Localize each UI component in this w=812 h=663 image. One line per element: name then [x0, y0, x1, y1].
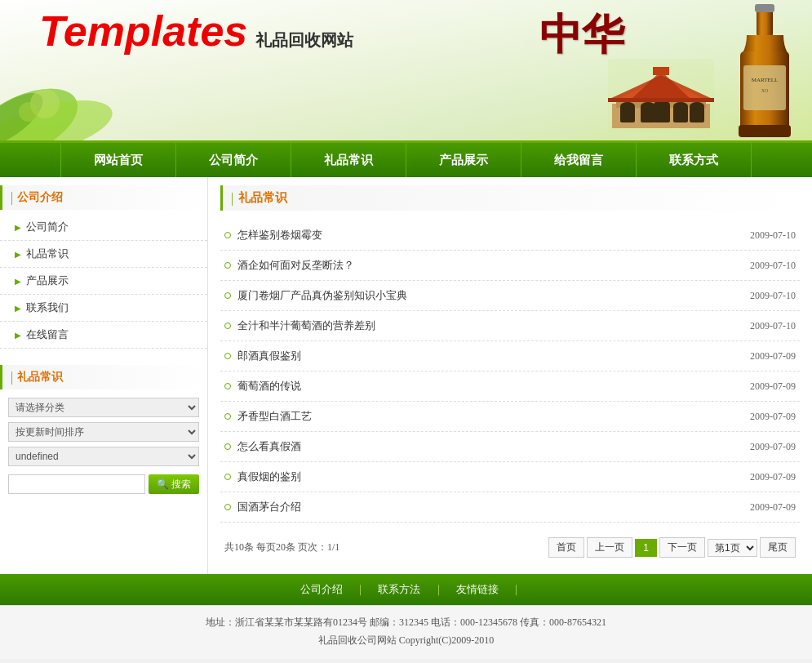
navbar-item-products[interactable]: 产品展示 — [406, 143, 521, 177]
footer-copyright: 礼品回收公司网站 Copyright(C)2009-2010 — [0, 632, 812, 650]
search-input[interactable] — [8, 474, 145, 494]
bullet-icon — [224, 504, 231, 510]
footer-address: 地址：浙江省某某市某某路有01234号 邮编：312345 电话：000-123… — [0, 614, 812, 632]
footer-link-contact[interactable]: 联系方法 — [368, 583, 430, 595]
list-item[interactable]: 酒企如何面对反垄断法？ 2009-07-10 — [220, 251, 800, 281]
item-left: 厦门卷烟厂产品真伪鉴别知识小宝典 — [224, 288, 407, 303]
item-date: 2009-07-10 — [750, 229, 796, 242]
category-select[interactable]: 请选择分类 — [8, 398, 199, 417]
list-item[interactable]: 国酒茅台介绍 2009-07-09 — [220, 492, 800, 523]
item-date: 2009-07-10 — [750, 290, 796, 302]
svg-rect-22 — [653, 67, 669, 75]
list-item[interactable]: 葡萄酒的传说 2009-07-09 — [220, 372, 800, 402]
item-date: 2009-07-09 — [750, 380, 796, 393]
sidebar-item-knowledge[interactable]: ▶ 礼品常识 — [0, 241, 207, 268]
item-title: 怎样鉴别卷烟霉变 — [237, 228, 322, 243]
content-list: 怎样鉴别卷烟霉变 2009-07-10 酒企如何面对反垄断法？ 2009-07-… — [220, 220, 800, 523]
navbar-item-message[interactable]: 给我留言 — [521, 143, 637, 177]
footer-links-bar: 公司介绍 ｜ 联系方法 ｜ 友情链接 ｜ — [0, 574, 812, 605]
list-item[interactable]: 矛香型白酒工艺 2009-07-09 — [220, 402, 800, 432]
list-item[interactable]: 怎样鉴别卷烟霉变 2009-07-10 — [220, 220, 800, 251]
arrow-icon: ▶ — [15, 331, 21, 340]
pagination-last[interactable]: 尾页 — [760, 537, 796, 558]
site-title: Templates — [39, 7, 247, 56]
navbar: 网站首页 公司简介 礼品常识 产品展示 给我留言 联系方式 — [0, 143, 812, 177]
sidebar-section-knowledge: | 礼品常识 请选择分类 按更新时间排序 undefined 🔍 搜索 — [0, 365, 207, 498]
sidebar-item-message[interactable]: ▶ 在线留言 — [0, 322, 207, 349]
navbar-item-contact[interactable]: 联系方式 — [637, 143, 752, 177]
pagination-prev[interactable]: 上一页 — [587, 537, 632, 558]
sidebar-filter: 请选择分类 按更新时间排序 undefined 🔍 搜索 — [0, 394, 207, 498]
perpage-select[interactable]: undefined — [8, 447, 199, 466]
item-left: 国酒茅台介绍 — [224, 500, 301, 514]
svg-rect-25 — [739, 125, 791, 137]
pagination-next[interactable]: 下一页 — [659, 537, 705, 558]
svg-point-4 — [19, 102, 38, 122]
footer-info: 地址：浙江省某某市某某路有01234号 邮编：312345 电话：000-123… — [0, 605, 812, 659]
list-item[interactable]: 真假烟的鉴别 2009-07-09 — [220, 462, 800, 492]
bullet-icon — [224, 474, 231, 480]
sidebar-item-contact[interactable]: ▶ 联系我们 — [0, 295, 207, 322]
pagination-info: 共10条 每页20条 页次：1/1 — [224, 541, 339, 554]
svg-point-17 — [690, 102, 704, 110]
bullet-icon — [224, 353, 231, 359]
navbar-item-knowledge[interactable]: 礼品常识 — [291, 143, 406, 177]
bullet-icon — [224, 232, 231, 238]
item-left: 怎么看真假酒 — [224, 439, 301, 454]
item-date: 2009-07-09 — [750, 350, 796, 363]
arrow-icon: ▶ — [15, 277, 21, 286]
sidebar: | 公司介绍 ▶ 公司简介 ▶ 礼品常识 ▶ 产品展示 ▶ 联系我们 ▶ 在线留… — [0, 177, 208, 574]
sidebar-heading-company: | 公司介绍 — [0, 185, 207, 210]
sidebar-heading-icon2: | — [11, 370, 13, 385]
item-left: 酒企如何面对反垄断法？ — [224, 258, 354, 273]
item-left: 郎酒真假鉴别 — [224, 349, 301, 363]
header: Templates 礼品回收网站 中华 — [0, 0, 812, 143]
item-date: 2009-07-10 — [750, 260, 796, 272]
sidebar-heading-icon: | — [11, 190, 13, 205]
search-icon: 🔍 — [157, 478, 169, 490]
item-date: 2009-07-10 — [750, 320, 796, 332]
item-title: 怎么看真假酒 — [237, 439, 301, 454]
sidebar-item-about[interactable]: ▶ 公司简介 — [0, 214, 207, 241]
pagination-page-select[interactable]: 第1页 — [708, 539, 757, 557]
svg-point-11 — [641, 102, 655, 110]
navbar-items: 网站首页 公司简介 礼品常识 产品展示 给我留言 联系方式 — [60, 143, 752, 177]
bullet-icon — [224, 292, 231, 299]
svg-point-9 — [620, 102, 635, 110]
content-heading: | 礼品常识 — [220, 185, 800, 211]
pagination-current[interactable]: 1 — [635, 539, 657, 557]
footer-link-friends[interactable]: 友情链接 — [446, 583, 508, 595]
sidebar-heading-knowledge: | 礼品常识 — [0, 365, 207, 389]
sidebar-section-company: | 公司介绍 ▶ 公司简介 ▶ 礼品常识 ▶ 产品展示 ▶ 联系我们 ▶ 在线留… — [0, 185, 207, 349]
content-area: | 礼品常识 怎样鉴别卷烟霉变 2009-07-10 酒企如何面对反垄断法？ 2… — [208, 177, 812, 574]
navbar-item-about[interactable]: 公司简介 — [176, 143, 291, 177]
svg-point-15 — [673, 102, 688, 110]
sort-select[interactable]: 按更新时间排序 — [8, 422, 199, 442]
sidebar-heading-knowledge-text: 礼品常识 — [17, 370, 63, 385]
search-button[interactable]: 🔍 搜索 — [149, 474, 199, 494]
item-title: 酒企如何面对反垄断法？ — [237, 258, 354, 273]
pagination-first[interactable]: 首页 — [548, 537, 584, 558]
sidebar-heading-company-text: 公司介绍 — [17, 190, 63, 205]
list-item[interactable]: 厦门卷烟厂产品真伪鉴别知识小宝典 2009-07-10 — [220, 281, 800, 311]
pagination-buttons: 首页 上一页 1 下一页 第1页 尾页 — [548, 537, 796, 558]
item-title: 郎酒真假鉴别 — [237, 349, 301, 363]
sidebar-item-products[interactable]: ▶ 产品展示 — [0, 268, 207, 295]
list-item[interactable]: 全汁和半汁葡萄酒的营养差别 2009-07-10 — [220, 311, 800, 341]
item-title: 矛香型白酒工艺 — [237, 409, 312, 424]
site-subtitle: 礼品回收网站 — [255, 29, 353, 51]
item-left: 全汁和半汁葡萄酒的营养差别 — [224, 318, 375, 333]
tiananmen-decoration — [608, 59, 714, 132]
item-title: 厦门卷烟厂产品真伪鉴别知识小宝典 — [237, 288, 407, 303]
item-title: 全汁和半汁葡萄酒的营养差别 — [237, 318, 375, 333]
navbar-item-home[interactable]: 网站首页 — [60, 143, 176, 177]
content-heading-icon: | — [231, 191, 233, 206]
list-item[interactable]: 郎酒真假鉴别 2009-07-09 — [220, 341, 800, 372]
main-container: | 公司介绍 ▶ 公司简介 ▶ 礼品常识 ▶ 产品展示 ▶ 联系我们 ▶ 在线留… — [0, 177, 812, 574]
search-row: 🔍 搜索 — [8, 474, 199, 494]
item-date: 2009-07-09 — [750, 411, 796, 423]
bullet-icon — [224, 262, 231, 269]
item-left: 矛香型白酒工艺 — [224, 409, 312, 424]
list-item[interactable]: 怎么看真假酒 2009-07-09 — [220, 432, 800, 462]
footer-link-about[interactable]: 公司介绍 — [291, 583, 353, 595]
